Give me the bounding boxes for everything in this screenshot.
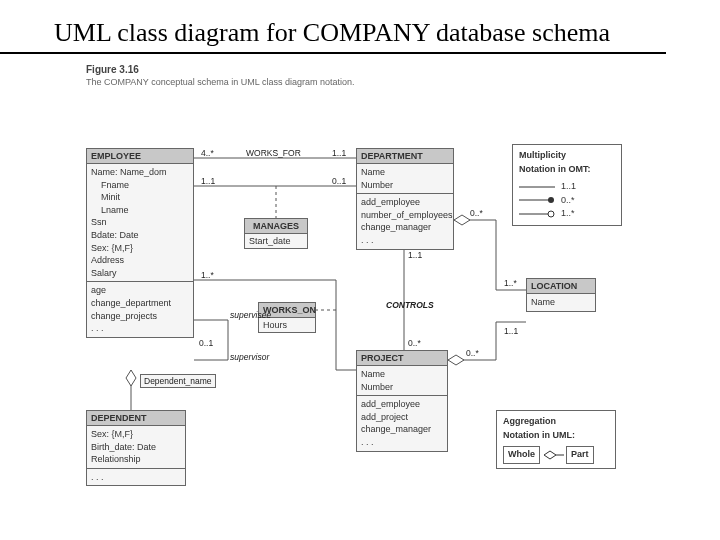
legend-aggregation: Aggregation Notation in UML: Whole Part bbox=[496, 410, 616, 469]
legend-whole: Whole bbox=[503, 446, 540, 464]
legend-row: 1..* bbox=[519, 207, 615, 221]
attr: Birth_date: Date bbox=[91, 441, 181, 454]
filled-circle-icon bbox=[519, 196, 555, 204]
class-dependent: DEPENDENT Sex: {M,F} Birth_date: Date Re… bbox=[86, 410, 186, 486]
legend-row: Whole Part bbox=[503, 446, 609, 464]
class-employee-ops: age change_department change_projects . … bbox=[87, 282, 193, 336]
attr: Sex: {M,F} bbox=[91, 242, 189, 255]
op: number_of_employees bbox=[361, 209, 449, 222]
svg-point-25 bbox=[548, 211, 554, 217]
svg-marker-15 bbox=[454, 215, 470, 225]
class-department-attrs: Name Number bbox=[357, 164, 453, 194]
svg-marker-11 bbox=[126, 370, 136, 386]
legend-row: 0..* bbox=[519, 194, 615, 208]
page-title: UML class diagram for COMPANY database s… bbox=[0, 0, 666, 54]
attr: Salary bbox=[91, 267, 189, 280]
op: add_employee bbox=[361, 398, 443, 411]
figure-number: Figure 3.16 bbox=[86, 64, 720, 75]
mult: 0..* bbox=[466, 348, 479, 358]
qualifier-dependent-name: Dependent_name bbox=[140, 374, 216, 388]
op: . . . bbox=[361, 234, 449, 247]
class-employee-title: EMPLOYEE bbox=[87, 149, 193, 164]
svg-marker-20 bbox=[448, 355, 464, 365]
assoc-manages: MANAGES Start_date bbox=[244, 218, 308, 249]
rel-controls: CONTROLS bbox=[386, 300, 434, 310]
legend-omt-title1: Multiplicity bbox=[519, 149, 615, 163]
figure-caption: The COMPANY conceptual schema in UML cla… bbox=[86, 77, 720, 87]
svg-point-23 bbox=[548, 197, 554, 203]
class-department-ops: add_employee number_of_employees change_… bbox=[357, 194, 453, 248]
mult: 0..1 bbox=[199, 338, 213, 348]
mult: 1..1 bbox=[201, 176, 215, 186]
op: change_manager bbox=[361, 423, 443, 436]
op: change_department bbox=[91, 297, 189, 310]
class-project-ops: add_employee add_project change_manager … bbox=[357, 396, 447, 450]
attr: Address bbox=[91, 254, 189, 267]
mult: 1..1 bbox=[332, 148, 346, 158]
op: change_projects bbox=[91, 310, 189, 323]
attr: Name bbox=[361, 166, 449, 179]
attr: Name bbox=[531, 296, 591, 309]
role-supervisee: supervisee bbox=[230, 310, 271, 320]
legend-part: Part bbox=[566, 446, 594, 464]
role-supervisor: supervisor bbox=[230, 352, 269, 362]
assoc-manages-title: MANAGES bbox=[245, 219, 307, 234]
attr: Fname bbox=[91, 179, 189, 192]
attr: Number bbox=[361, 179, 449, 192]
legend-agg-title2: Notation in UML: bbox=[503, 429, 609, 443]
assoc-manages-attr: Start_date bbox=[245, 234, 307, 248]
rel-works-for: WORKS_FOR bbox=[246, 148, 301, 158]
legend-omt: Multiplicity Notation in OMT: 1..1 0..* … bbox=[512, 144, 622, 226]
legend-text: 0..* bbox=[561, 194, 575, 208]
legend-text: 1..* bbox=[561, 207, 575, 221]
mult: 1..* bbox=[201, 270, 214, 280]
op: age bbox=[91, 284, 189, 297]
attr: Relationship bbox=[91, 453, 181, 466]
class-project-attrs: Name Number bbox=[357, 366, 447, 396]
mult: 1..1 bbox=[504, 326, 518, 336]
mult: 0..* bbox=[408, 338, 421, 348]
class-employee: EMPLOYEE Name: Name_dom Fname Minit Lnam… bbox=[86, 148, 194, 338]
assoc-workson-attr: Hours bbox=[259, 318, 315, 332]
op: . . . bbox=[91, 471, 181, 484]
mult: 1..1 bbox=[408, 250, 422, 260]
class-location: LOCATION Name bbox=[526, 278, 596, 312]
op: . . . bbox=[361, 436, 443, 449]
hollow-circle-icon bbox=[519, 210, 555, 218]
legend-agg-title1: Aggregation bbox=[503, 415, 609, 429]
legend-omt-title2: Notation in OMT: bbox=[519, 163, 615, 177]
attr: Ssn bbox=[91, 216, 189, 229]
op: change_manager bbox=[361, 221, 449, 234]
mult: 0..* bbox=[470, 208, 483, 218]
class-department: DEPARTMENT Name Number add_employee numb… bbox=[356, 148, 454, 250]
class-project: PROJECT Name Number add_employee add_pro… bbox=[356, 350, 448, 452]
attr: Sex: {M,F} bbox=[91, 428, 181, 441]
attr: Name: Name_dom bbox=[91, 166, 189, 179]
op: add_project bbox=[361, 411, 443, 424]
class-dependent-attrs: Sex: {M,F} Birth_date: Date Relationship bbox=[87, 426, 185, 469]
mult: 1..* bbox=[504, 278, 517, 288]
op: add_employee bbox=[361, 196, 449, 209]
attr: Bdate: Date bbox=[91, 229, 189, 242]
class-project-title: PROJECT bbox=[357, 351, 447, 366]
diagram-canvas: EMPLOYEE Name: Name_dom Fname Minit Lnam… bbox=[86, 130, 656, 510]
line-icon bbox=[519, 183, 555, 191]
attr: Name bbox=[361, 368, 443, 381]
mult: 4..* bbox=[201, 148, 214, 158]
class-department-title: DEPARTMENT bbox=[357, 149, 453, 164]
class-employee-attrs: Name: Name_dom Fname Minit Lname Ssn Bda… bbox=[87, 164, 193, 282]
svg-marker-26 bbox=[544, 451, 556, 459]
attr: Number bbox=[361, 381, 443, 394]
diamond-icon bbox=[542, 450, 564, 460]
attr: Minit bbox=[91, 191, 189, 204]
legend-text: 1..1 bbox=[561, 180, 576, 194]
legend-row: 1..1 bbox=[519, 180, 615, 194]
op: . . . bbox=[91, 322, 189, 335]
attr: Lname bbox=[91, 204, 189, 217]
mult: 0..1 bbox=[332, 176, 346, 186]
class-location-title: LOCATION bbox=[527, 279, 595, 294]
class-dependent-title: DEPENDENT bbox=[87, 411, 185, 426]
